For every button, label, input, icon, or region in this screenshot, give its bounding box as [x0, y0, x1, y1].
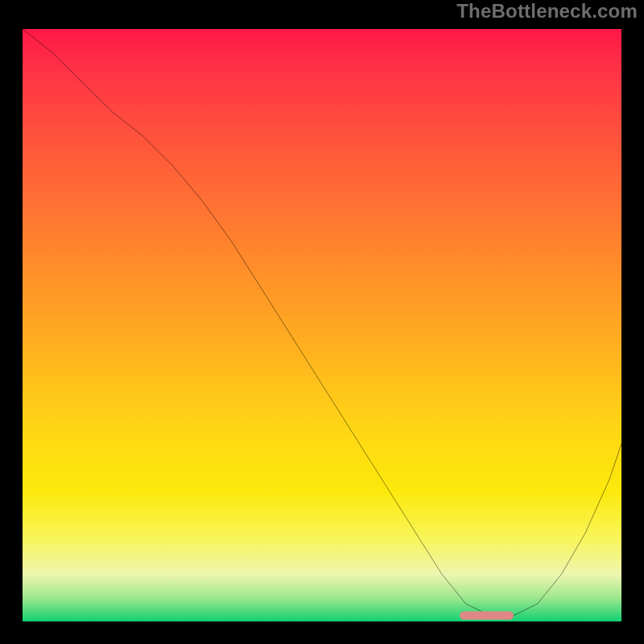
chart-stage: TheBottleneck.com [0, 0, 644, 644]
watermark-text: TheBottleneck.com [456, 0, 638, 23]
bottleneck-curve [23, 29, 621, 616]
curve-layer [23, 29, 621, 621]
plot-area [18, 24, 626, 626]
optimal-range-marker [460, 611, 514, 619]
